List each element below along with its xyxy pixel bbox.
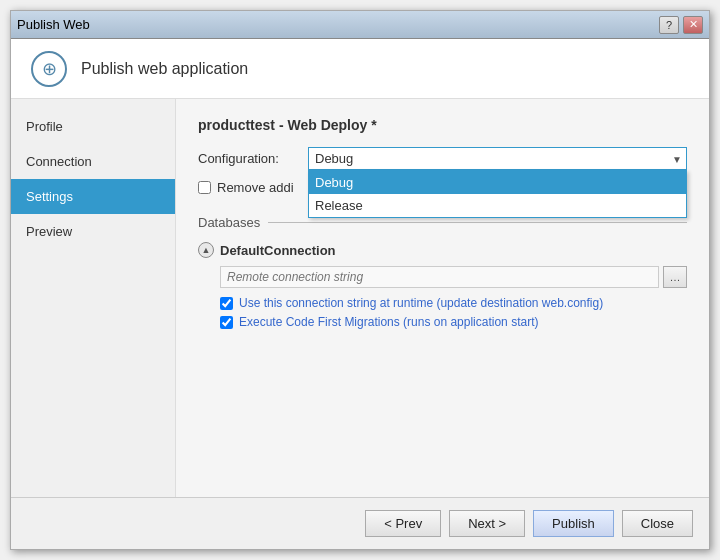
prev-button[interactable]: < Prev xyxy=(365,510,441,537)
sidebar-profile-label: Profile xyxy=(26,119,63,134)
connection-checkboxes: Use this connection string at runtime (u… xyxy=(198,296,687,329)
dropdown-option-release[interactable]: Release xyxy=(309,194,686,217)
title-bar: Publish Web ? ✕ xyxy=(11,11,709,39)
databases-divider xyxy=(268,222,687,223)
configuration-dropdown-popup: Debug Release xyxy=(308,170,687,218)
use-connection-string-checkbox[interactable] xyxy=(220,297,233,310)
dropdown-option-debug[interactable]: Debug xyxy=(309,171,686,194)
connection-toggle-icon[interactable]: ▲ xyxy=(198,242,214,258)
next-button[interactable]: Next > xyxy=(449,510,525,537)
main-panel: producttest - Web Deploy * Configuration… xyxy=(176,99,709,497)
close-button[interactable]: Close xyxy=(622,510,693,537)
publish-button[interactable]: Publish xyxy=(533,510,614,537)
header-bar: ⊕ Publish web application xyxy=(11,39,709,99)
footer: < Prev Next > Publish Close xyxy=(11,497,709,549)
sidebar-item-preview[interactable]: Preview xyxy=(11,214,175,249)
connection-string-input[interactable] xyxy=(220,266,659,288)
window-close-button[interactable]: ✕ xyxy=(683,16,703,34)
execute-migrations-row: Execute Code First Migrations (runs on a… xyxy=(220,315,687,329)
use-connection-string-label: Use this connection string at runtime (u… xyxy=(239,296,603,310)
configuration-value: Debug xyxy=(315,151,353,166)
use-connection-string-row: Use this connection string at runtime (u… xyxy=(220,296,687,310)
connection-string-row: … xyxy=(198,266,687,288)
close-icon: ✕ xyxy=(689,18,698,31)
sidebar-preview-label: Preview xyxy=(26,224,72,239)
sidebar: Profile Connection Settings Preview xyxy=(11,99,176,497)
content-area: Profile Connection Settings Preview prod… xyxy=(11,99,709,497)
configuration-row: Configuration: Debug ▼ Debug Release xyxy=(198,147,687,170)
remove-additional-checkbox[interactable] xyxy=(198,181,211,194)
globe-icon: ⊕ xyxy=(42,58,57,80)
sidebar-connection-label: Connection xyxy=(26,154,92,169)
sidebar-item-settings[interactable]: Settings xyxy=(11,179,175,214)
databases-label: Databases xyxy=(198,215,260,230)
execute-migrations-checkbox[interactable] xyxy=(220,316,233,329)
execute-migrations-label: Execute Code First Migrations (runs on a… xyxy=(239,315,538,329)
configuration-label: Configuration: xyxy=(198,151,308,166)
sidebar-settings-label: Settings xyxy=(26,189,73,204)
window-title: Publish Web xyxy=(17,17,90,32)
configuration-dropdown-wrapper: Debug ▼ Debug Release xyxy=(308,147,687,170)
publish-web-window: Publish Web ? ✕ ⊕ Publish web applicatio… xyxy=(10,10,710,550)
header-icon: ⊕ xyxy=(31,51,67,87)
connection-string-ellipsis-button[interactable]: … xyxy=(663,266,687,288)
header-title: Publish web application xyxy=(81,60,248,78)
sidebar-item-profile[interactable]: Profile xyxy=(11,109,175,144)
section-title: producttest - Web Deploy * xyxy=(198,117,687,133)
title-bar-left: Publish Web xyxy=(17,17,90,32)
dropdown-arrow-icon: ▼ xyxy=(672,153,682,164)
databases-section: Databases ▲ DefaultConnection … xyxy=(198,215,687,329)
connection-name: DefaultConnection xyxy=(220,243,336,258)
connection-block: ▲ DefaultConnection … Use this con xyxy=(198,242,687,329)
configuration-dropdown[interactable]: Debug ▼ xyxy=(308,147,687,170)
remove-additional-label: Remove addi xyxy=(217,180,294,195)
help-icon: ? xyxy=(666,19,672,31)
connection-header[interactable]: ▲ DefaultConnection xyxy=(198,242,687,258)
title-bar-controls: ? ✕ xyxy=(659,16,703,34)
sidebar-item-connection[interactable]: Connection xyxy=(11,144,175,179)
help-button[interactable]: ? xyxy=(659,16,679,34)
ellipsis-icon: … xyxy=(670,271,681,283)
collapse-icon: ▲ xyxy=(202,245,211,255)
